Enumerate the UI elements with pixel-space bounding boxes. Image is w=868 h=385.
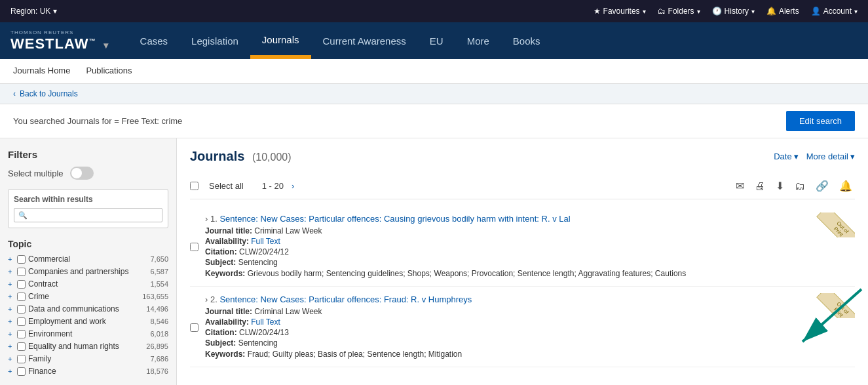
breadcrumb-back[interactable]: Back to Journals [20,89,78,98]
checkbox-finance[interactable] [17,367,26,376]
subnav-publications[interactable]: Publications [86,59,132,84]
edit-search-button[interactable]: Edit search [786,111,855,131]
result-keywords-2: Keywords: Fraud; Guilty pleas; Basis of … [205,350,855,359]
expand-companies-icon[interactable]: + [8,268,14,275]
favourites-menu[interactable]: ★ Favourites ▾ [594,7,646,16]
expand-contract-icon[interactable]: + [8,280,14,288]
filter-item-employment[interactable]: + Employment and work 8,546 [8,317,168,326]
checkbox-companies[interactable] [17,268,26,276]
result-checkbox-2[interactable] [190,296,198,359]
sort-date-button[interactable]: Date ▾ [774,152,798,161]
filter-item-family[interactable]: + Family 7,686 [8,354,168,363]
star-icon: ★ [594,7,601,16]
checkbox-data[interactable] [17,305,26,314]
subnav-journals-home[interactable]: Journals Home [13,59,70,84]
folder-icon: 🗂 [658,7,666,16]
expand-commercial-icon[interactable]: + [8,255,14,263]
filter-item-finance[interactable]: + Finance 18,576 [8,367,168,376]
logo[interactable]: THOMSON REUTERS WESTLAW™ ▾ [10,30,109,52]
download-button[interactable]: ⬇ [773,178,787,193]
result-subject-1: Subject: Sentencing [205,258,855,267]
label-crime: Crime [28,292,140,301]
result-title-1[interactable]: › 1. Sentence: New Cases: Particular off… [205,214,855,224]
search-within-icon: 🔍 [18,211,28,220]
results-title-group: Journals (10,000) [190,149,292,164]
filter-item-data[interactable]: + Data and communications 14,496 [8,304,168,314]
results-header: Journals (10,000) Date ▾ More detail ▾ [190,149,855,164]
results-area: Journals (10,000) Date ▾ More detail ▾ S… [177,138,868,385]
filter-item-environment[interactable]: + Environment 6,018 [8,329,168,338]
user-icon: 👤 [811,7,821,16]
expand-environment-icon[interactable]: + [8,330,14,338]
select-multiple-toggle[interactable] [70,167,94,180]
nav-journals[interactable]: Journals [250,22,311,59]
filter-item-crime[interactable]: + Crime 163,655 [8,292,168,301]
result-content-2: › 2. Sentence: New Cases: Particular off… [205,294,855,359]
top-bar: Region: UK ▾ ★ Favourites ▾ 🗂 Folders ▾ … [0,0,868,22]
checkbox-crime[interactable] [17,293,26,301]
alert-button[interactable]: 🔔 [837,178,855,193]
main-nav: Cases Legislation Journals Current Aware… [128,22,552,59]
result-availability-link-1[interactable]: Full Text [251,237,280,246]
logo-dropdown-icon[interactable]: ▾ [104,40,109,51]
checkbox-equality[interactable] [17,342,26,351]
expand-crime-icon[interactable]: + [8,293,14,300]
results-title: Journals [190,149,244,163]
folders-menu[interactable]: 🗂 Folders ▾ [658,7,700,16]
nav-books[interactable]: Books [501,22,552,59]
pagination-next-icon[interactable]: › [292,181,294,191]
sort-detail-button[interactable]: More detail ▾ [806,152,855,161]
result-journal-2: Journal title: Criminal Law Week [205,307,855,316]
expand-finance-icon[interactable]: + [8,367,14,375]
expand-equality-icon[interactable]: + [8,342,14,350]
result-checkbox-1[interactable] [190,216,198,278]
checkbox-family[interactable] [17,355,26,363]
region-selector[interactable]: Region: UK ▾ [10,7,57,16]
select-all-checkbox[interactable] [190,182,198,190]
result-availability-link-2[interactable]: Full Text [251,317,280,327]
filter-item-commercial[interactable]: + Commercial 7,650 [8,254,168,264]
nav-legislation[interactable]: Legislation [179,22,250,59]
result-content-1: › 1. Sentence: New Cases: Particular off… [205,214,855,278]
expand-family-icon[interactable]: + [8,355,14,363]
folder-button[interactable]: 🗂 [792,179,808,193]
label-employment: Employment and work [28,317,140,326]
breadcrumb-icon: ‹ [13,89,16,98]
filter-item-contract[interactable]: + Contract 1,554 [8,279,168,289]
out-of-print-badge-1: Out of Print [814,213,855,237]
account-menu[interactable]: 👤 Account ▾ [811,7,858,16]
search-within-field[interactable] [30,211,158,220]
count-employment: 8,546 [142,317,168,325]
nav-bar: THOMSON REUTERS WESTLAW™ ▾ Cases Legisla… [0,22,868,59]
checkbox-commercial[interactable] [17,255,26,264]
alerts-menu[interactable]: 🔔 Alerts [766,7,799,16]
filter-item-equality[interactable]: + Equality and human rights 26,895 [8,342,168,351]
result-title-2[interactable]: › 2. Sentence: New Cases: Particular off… [205,294,855,304]
expand-employment-icon[interactable]: + [8,317,14,325]
nav-current-awareness[interactable]: Current Awareness [311,22,418,59]
logo-main: WESTLAW™ ▾ [10,35,109,52]
checkbox-environment[interactable] [17,330,26,338]
link-button[interactable]: 🔗 [813,178,831,193]
search-within-input-wrapper: 🔍 [14,208,162,222]
print-button[interactable]: 🖨 [752,179,768,193]
nav-eu[interactable]: EU [418,22,455,59]
sort-detail-chevron: ▾ [850,152,855,161]
history-menu[interactable]: 🕐 History ▾ [712,7,755,16]
top-bar-actions: ★ Favourites ▾ 🗂 Folders ▾ 🕐 History ▾ 🔔… [594,7,858,16]
nav-more[interactable]: More [455,22,501,59]
count-companies: 6,587 [142,268,168,275]
checkbox-employment[interactable] [17,317,26,326]
email-button[interactable]: ✉ [733,178,747,193]
count-family: 7,686 [142,355,168,363]
label-equality: Equality and human rights [28,342,140,351]
nav-cases[interactable]: Cases [128,22,180,59]
filter-item-companies[interactable]: + Companies and partnerships 6,587 [8,267,168,276]
label-finance: Finance [28,367,140,376]
label-companies: Companies and partnerships [28,267,140,276]
toggle-knob [71,168,82,178]
select-all-label: Select all [209,181,244,191]
expand-data-icon[interactable]: + [8,305,14,313]
label-data: Data and communications [28,304,140,314]
checkbox-contract[interactable] [17,280,26,289]
